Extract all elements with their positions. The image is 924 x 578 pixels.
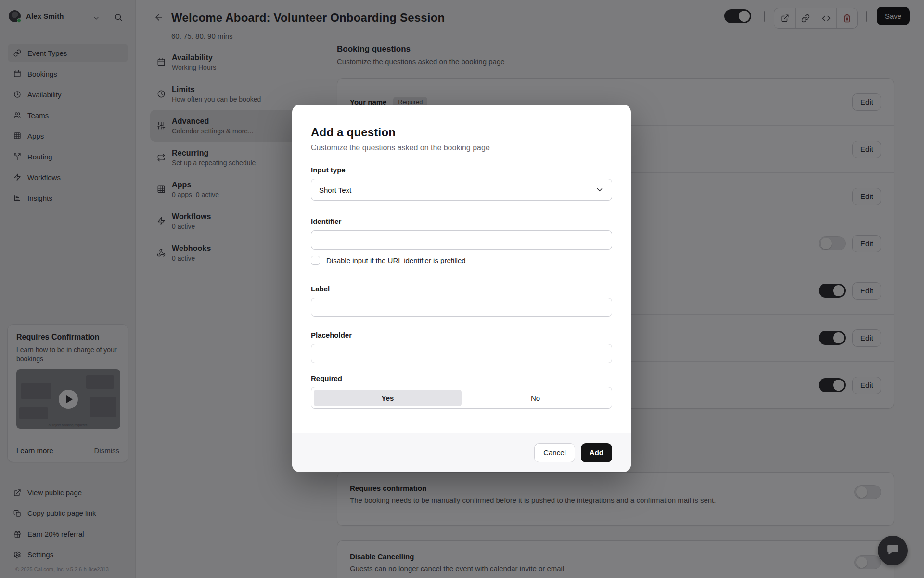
modal-subtitle: Customize the questions asked on the boo… bbox=[311, 144, 612, 152]
input-type-select[interactable]: Short Text bbox=[311, 179, 612, 201]
cancel-button[interactable]: Cancel bbox=[534, 443, 575, 462]
required-label: Required bbox=[311, 374, 612, 382]
add-question-modal: Add a question Customize the questions a… bbox=[292, 105, 631, 472]
required-segmented-control: Yes No bbox=[311, 387, 612, 409]
required-yes-option[interactable]: Yes bbox=[314, 390, 462, 406]
placeholder-input[interactable] bbox=[311, 344, 612, 363]
input-type-label: Input type bbox=[311, 166, 612, 174]
identifier-input[interactable] bbox=[311, 230, 612, 250]
app-window: Alex Smith Event Types Bookings Availabi… bbox=[0, 0, 924, 578]
label-input[interactable] bbox=[311, 298, 612, 317]
required-no-option[interactable]: No bbox=[462, 390, 609, 406]
modal-footer: Cancel Add bbox=[292, 433, 631, 472]
chevron-down-icon bbox=[595, 185, 604, 194]
disable-input-checkbox-label: Disable input if the URL identifier is p… bbox=[326, 256, 466, 264]
add-button[interactable]: Add bbox=[581, 443, 612, 462]
identifier-label: Identifier bbox=[311, 217, 612, 225]
input-type-value: Short Text bbox=[319, 186, 351, 194]
modal-title: Add a question bbox=[311, 126, 612, 139]
placeholder-label: Placeholder bbox=[311, 331, 612, 339]
label-label: Label bbox=[311, 285, 612, 293]
disable-input-checkbox[interactable] bbox=[311, 256, 320, 265]
